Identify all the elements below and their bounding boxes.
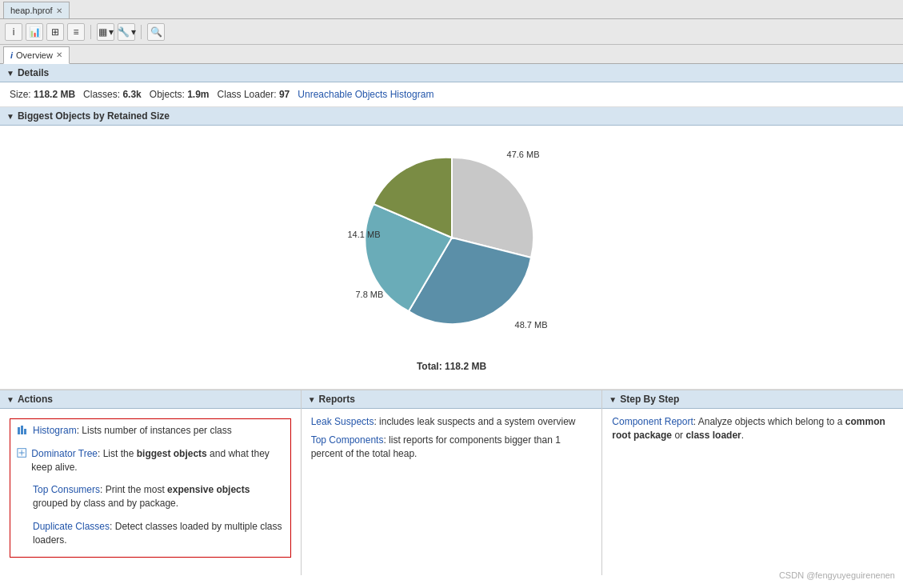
actions-panel: ▼ Actions Histogram: Lists number of ins… [0, 390, 302, 575]
file-tab-close[interactable]: ✕ [56, 6, 62, 15]
search-icon: 🔍 [150, 26, 162, 38]
overview-tab-close[interactable]: ✕ [56, 50, 62, 59]
svg-rect-0 [18, 427, 20, 434]
table-button[interactable]: ⊞ [46, 23, 64, 41]
top-consumers-link[interactable]: Top Consumers [33, 484, 100, 495]
objects-value: 1.9m [187, 89, 209, 100]
grid-dropdown-button[interactable]: ▦ ▾ [97, 23, 114, 41]
reports-content: Leak Suspects: includes leak suspects an… [302, 409, 602, 471]
list-button[interactable]: ≡ [67, 23, 85, 41]
reports-panel: ▼ Reports Leak Suspects: includes leak s… [302, 390, 603, 575]
overview-tab[interactable]: i Overview ✕ [3, 46, 70, 64]
stepbystep-header[interactable]: ▼ Step By Step [602, 390, 903, 409]
dominator-tree-link[interactable]: Dominator Tree [31, 448, 98, 459]
toolbar: i 📊 ⊞ ≡ ▦ ▾ 🔧 ▾ 🔍 [0, 19, 903, 45]
duplicate-classes-item: Duplicate Classes: Detect classes loaded… [17, 520, 284, 552]
classloader-value: 97 [279, 89, 290, 100]
histogram-link[interactable]: Histogram [33, 425, 77, 436]
size-label: Size: [10, 89, 31, 100]
filter-dropdown-arrow: ▾ [131, 26, 136, 38]
chart-section: 47.6 MB 14.1 MB 7.8 MB 48.7 MB Total: 11… [0, 126, 903, 390]
watermark: CSDN @fengyuyeguirenenen [779, 570, 895, 580]
dropdown-arrow: ▾ [109, 26, 114, 38]
filter-icon: 🔧 [118, 26, 130, 38]
label-left2: 7.8 MB [356, 290, 384, 299]
stepbystep-title: Step By Step [620, 394, 679, 405]
details-arrow: ▼ [6, 69, 14, 78]
leak-suspects-link[interactable]: Leak Suspects [311, 416, 374, 427]
overview-tab-icon: i [10, 50, 13, 60]
actions-title: Actions [18, 394, 53, 405]
duplicate-classes-link[interactable]: Duplicate Classes [33, 521, 110, 532]
list-icon: ≡ [73, 26, 78, 38]
pie-total: Total: 118.2 MB [417, 361, 486, 372]
svg-rect-1 [21, 426, 23, 434]
objects-label: Objects: [150, 89, 185, 100]
reports-arrow: ▼ [308, 395, 316, 404]
bar-chart-button[interactable]: 📊 [26, 23, 43, 41]
overview-tab-bar: i Overview ✕ [0, 45, 903, 64]
table-icon: ⊞ [51, 26, 59, 38]
stepbystep-panel: ▼ Step By Step Component Report: Analyze… [602, 390, 903, 575]
file-tab[interactable]: heap.hprof ✕ [3, 2, 70, 18]
info-icon: i [13, 26, 15, 38]
histogram-item: Histogram: Lists number of instances per… [17, 424, 284, 442]
overview-tab-label: Overview [16, 50, 53, 60]
bottom-panels: ▼ Actions Histogram: Lists number of ins… [0, 390, 903, 575]
toolbar-sep2 [141, 25, 142, 39]
bar-chart-icon: 📊 [29, 26, 41, 38]
reports-header[interactable]: ▼ Reports [302, 390, 602, 409]
label-left1: 14.1 MB [348, 230, 381, 239]
top-consumers-item: Top Consumers: Print the most expensive … [17, 483, 284, 515]
details-content: Size: 118.2 MB Classes: 6.3k Objects: 1.… [0, 82, 903, 107]
svg-rect-2 [24, 429, 26, 434]
histogram-icon [17, 424, 28, 435]
size-value: 118.2 MB [34, 89, 75, 100]
dominator-tree-item: Dominator Tree: List the biggest objects… [17, 447, 284, 479]
chart-section-header[interactable]: ▼ Biggest Objects by Retained Size [0, 107, 903, 126]
dominator-tree-icon [17, 447, 26, 458]
pie-chart: 47.6 MB 14.1 MB 7.8 MB 48.7 MB [316, 134, 588, 358]
top-components-link[interactable]: Top Components [311, 434, 384, 446]
actions-bordered-box: Histogram: Lists number of instances per… [10, 418, 291, 558]
chart-title: Biggest Objects by Retained Size [18, 110, 170, 122]
file-tab-bar: heap.hprof ✕ [0, 0, 903, 19]
toolbar-sep1 [90, 25, 91, 39]
stepbystep-content: Component Report: Analyze objects which … [602, 409, 903, 454]
classloader-label: Class Loader: [218, 89, 277, 100]
actions-content: Histogram: Lists number of instances per… [0, 409, 301, 567]
file-tab-label: heap.hprof [10, 6, 53, 15]
main-content: ▼ Details Size: 118.2 MB Classes: 6.3k O… [0, 64, 903, 588]
details-section-header[interactable]: ▼ Details [0, 64, 903, 82]
search-button[interactable]: 🔍 [147, 23, 165, 41]
chart-arrow: ▼ [6, 112, 14, 121]
component-report-link[interactable]: Component Report [612, 416, 693, 427]
reports-title: Reports [319, 394, 355, 405]
unreachable-objects-link[interactable]: Unreachable Objects Histogram [298, 89, 434, 100]
info-button[interactable]: i [5, 23, 22, 41]
pie-svg [324, 134, 580, 350]
filter-dropdown-button[interactable]: 🔧 ▾ [118, 23, 135, 41]
actions-arrow: ▼ [6, 395, 14, 404]
label-bottom: 48.7 MB [515, 320, 548, 330]
classes-value: 6.3k [122, 89, 141, 100]
actions-header[interactable]: ▼ Actions [0, 390, 301, 409]
grid-icon: ▦ [98, 26, 107, 38]
details-title: Details [18, 67, 49, 78]
stepbystep-arrow: ▼ [609, 395, 617, 404]
label-top: 47.6 MB [507, 150, 540, 159]
classes-label: Classes: [83, 89, 120, 100]
